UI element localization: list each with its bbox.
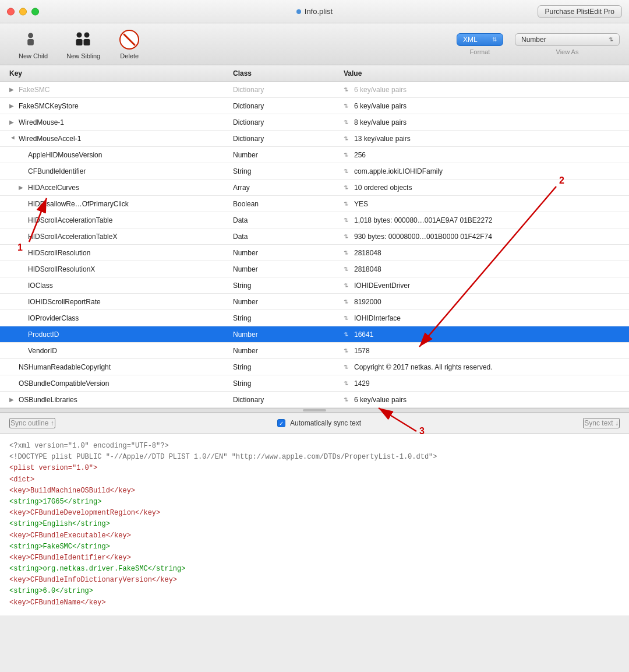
value-cell: ⇅ 6 key/value pairs — [344, 102, 629, 110]
xml-editor[interactable]: <?xml version="1.0" encoding="UTF-8"?><!… — [0, 434, 629, 615]
disclosure-triangle[interactable]: ▶ — [9, 119, 16, 125]
sync-outline-button[interactable]: Sync outline ↑ — [9, 418, 55, 428]
svg-point-0 — [28, 33, 33, 38]
delete-button[interactable]: Delete — [109, 24, 149, 64]
stepper-icon[interactable]: ⇅ — [344, 119, 348, 125]
table-row[interactable]: HIDDisallowRe…OfPrimaryClick Boolean ⇅ Y… — [0, 196, 629, 212]
value-cell: ⇅ 10 ordered objects — [344, 184, 629, 192]
disclosure-triangle[interactable]: ▶ — [9, 86, 16, 93]
pane-divider[interactable] — [0, 408, 629, 413]
table-row[interactable]: ProductID Number ⇅ 16641 — [0, 326, 629, 343]
class-cell: Dictionary — [233, 135, 344, 143]
class-column-header: Class — [233, 69, 344, 78]
stepper-icon[interactable]: ⇅ — [344, 168, 348, 174]
table-row[interactable]: CFBundleIdentifier String ⇅ com.apple.io… — [0, 163, 629, 180]
table-row[interactable]: NSHumanReadableCopyright String ⇅ Copyri… — [0, 359, 629, 375]
format-select[interactable]: XML ⇅ — [457, 33, 503, 46]
view-as-chevron-icon: ⇅ — [609, 36, 613, 43]
value-cell: ⇅ 13 key/value pairs — [344, 135, 629, 143]
delete-icon — [119, 29, 140, 50]
class-cell: String — [233, 167, 344, 175]
table-body: ▶ FakeSMC Dictionary ⇅ 6 key/value pairs… — [0, 82, 629, 408]
xml-line: <string>FakeSMC</string> — [9, 541, 620, 553]
class-cell: Dictionary — [233, 102, 344, 110]
stepper-icon[interactable]: ⇅ — [344, 282, 348, 288]
value-column-header: Value — [344, 69, 629, 78]
xml-line: <string>English</string> — [9, 519, 620, 530]
class-cell: String — [233, 282, 344, 290]
value-cell: ⇅ IOHIDEventDriver — [344, 282, 629, 290]
key-cell: HIDScrollAccelerationTable — [0, 216, 233, 224]
xml-line: <string>org.netkas.driver.FakeSMC</strin… — [9, 564, 620, 575]
table-row[interactable]: HIDScrollAccelerationTable Data ⇅ 1,018 … — [0, 212, 629, 228]
table-row[interactable]: ▶ WiredMouse-1 Dictionary ⇅ 8 key/value … — [0, 114, 629, 131]
maximize-button[interactable] — [31, 8, 39, 15]
stepper-icon[interactable]: ⇅ — [344, 347, 348, 354]
table-row[interactable]: IOClass String ⇅ IOHIDEventDriver — [0, 277, 629, 294]
table-row[interactable]: ▼ WiredMouseAccel-1 Dictionary ⇅ 13 key/… — [0, 131, 629, 147]
xml-line: <key>CFBundleName</key> — [9, 597, 620, 608]
delete-label: Delete — [120, 52, 139, 59]
table-row[interactable]: ▶ FakeSMCKeyStore Dictionary ⇅ 6 key/val… — [0, 98, 629, 114]
table-row[interactable]: IOProviderClass String ⇅ IOHIDInterface — [0, 310, 629, 326]
view-as-select[interactable]: Number ⇅ — [515, 33, 620, 46]
class-cell: Boolean — [233, 200, 344, 208]
disclosure-triangle[interactable]: ▶ — [9, 103, 16, 109]
key-cell: OSBundleCompatibleVersion — [0, 379, 233, 388]
table-row[interactable]: AppleHIDMouseVersion Number ⇅ 256 — [0, 147, 629, 163]
title-bar: Info.plist Purchase PlistEdit Pro — [0, 0, 629, 23]
disclosure-triangle[interactable]: ▶ — [19, 184, 26, 191]
table-row[interactable]: OSBundleCompatibleVersion String ⇅ 1429 — [0, 375, 629, 392]
stepper-icon[interactable]: ⇅ — [344, 298, 348, 305]
key-cell: ▶ FakeSMC — [0, 86, 233, 94]
xml-line: <plist version="1.0"> — [9, 463, 620, 474]
stepper-icon[interactable]: ⇅ — [344, 266, 348, 272]
new-sibling-button[interactable]: New Sibling — [57, 24, 109, 64]
table-row[interactable]: HIDScrollResolution Number ⇅ 2818048 — [0, 245, 629, 261]
auto-sync-checkbox[interactable]: ✓ — [277, 419, 285, 427]
stepper-icon[interactable]: ⇅ — [344, 315, 348, 321]
table-row[interactable]: ▶ FakeSMC Dictionary ⇅ 6 key/value pairs — [0, 82, 629, 98]
table-row[interactable]: VendorID Number ⇅ 1578 — [0, 343, 629, 359]
stepper-icon[interactable]: ⇅ — [344, 249, 348, 256]
view-as-label: View As — [556, 48, 579, 55]
key-cell: IOProviderClass — [0, 314, 233, 322]
xml-line: <key>CFBundleIdentifier</key> — [9, 553, 620, 564]
close-button[interactable] — [7, 8, 15, 15]
stepper-icon[interactable]: ⇅ — [344, 217, 348, 223]
stepper-icon[interactable]: ⇅ — [344, 396, 348, 403]
svg-rect-1 — [27, 39, 34, 45]
key-cell: HIDDisallowRe…OfPrimaryClick — [0, 200, 233, 208]
svg-rect-3 — [76, 39, 83, 45]
stepper-icon[interactable]: ⇅ — [344, 103, 348, 109]
stepper-icon[interactable]: ⇅ — [344, 86, 348, 93]
stepper-icon[interactable]: ⇅ — [344, 233, 348, 240]
table-row[interactable]: HIDScrollResolutionX Number ⇅ 2818048 — [0, 261, 629, 277]
value-cell: ⇅ 6 key/value pairs — [344, 396, 629, 404]
table-row[interactable]: IOHIDScrollReportRate Number ⇅ 8192000 — [0, 294, 629, 310]
sync-text-button[interactable]: Sync text ↓ — [583, 418, 620, 428]
stepper-icon[interactable]: ⇅ — [344, 331, 348, 337]
key-cell: ProductID — [0, 330, 233, 339]
key-cell: VendorID — [0, 347, 233, 355]
stepper-icon[interactable]: ⇅ — [344, 152, 348, 158]
stepper-icon[interactable]: ⇅ — [344, 380, 348, 386]
key-cell: ▼ WiredMouseAccel-1 — [0, 135, 233, 143]
class-cell: Data — [233, 216, 344, 224]
table-row[interactable]: ▶ HIDAccelCurves Array ⇅ 10 ordered obje… — [0, 180, 629, 196]
xml-line: <key>BuildMachineOSBuild</key> — [9, 485, 620, 497]
value-cell: ⇅ 1,018 bytes: 000080…001AE9A7 01BE2272 — [344, 216, 629, 224]
class-cell: Number — [233, 265, 344, 273]
purchase-button[interactable]: Purchase PlistEdit Pro — [538, 5, 622, 18]
disclosure-triangle[interactable]: ▼ — [10, 135, 16, 142]
table-row[interactable]: HIDScrollAccelerationTableX Data ⇅ 930 b… — [0, 228, 629, 245]
stepper-icon[interactable]: ⇅ — [344, 135, 348, 142]
stepper-icon[interactable]: ⇅ — [344, 364, 348, 370]
stepper-icon[interactable]: ⇅ — [344, 184, 348, 191]
new-child-button[interactable]: New Child — [9, 24, 57, 64]
minimize-button[interactable] — [19, 8, 27, 15]
value-cell: ⇅ 8 key/value pairs — [344, 118, 629, 126]
table-row[interactable]: ▶ OSBundleLibraries Dictionary ⇅ 6 key/v… — [0, 392, 629, 408]
stepper-icon[interactable]: ⇅ — [344, 200, 348, 207]
disclosure-triangle[interactable]: ▶ — [9, 396, 16, 403]
